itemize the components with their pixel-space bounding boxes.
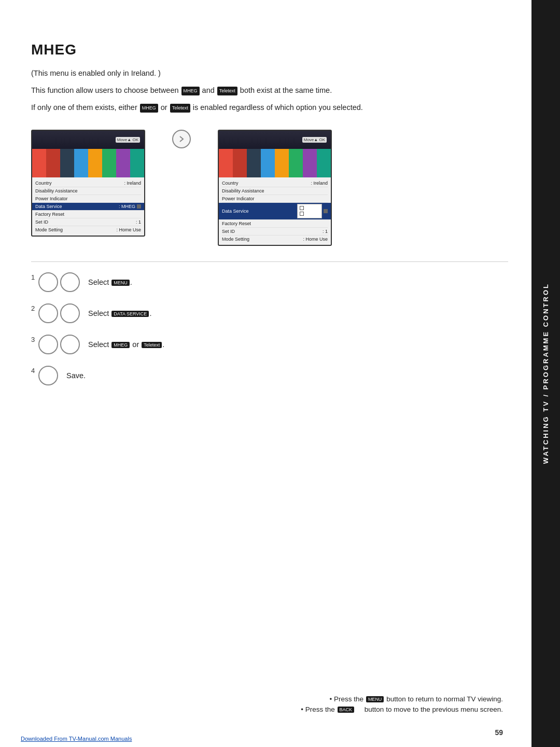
step-1-circles <box>38 272 80 292</box>
power-label2: Power Indicator <box>222 196 255 201</box>
main-content: MHEG (This menu is enabled only in Irela… <box>31 42 508 385</box>
block-purple <box>116 149 130 177</box>
tv-menu-area-2: Country : Ireland Disability Assistance … <box>219 177 331 245</box>
block-green2 <box>289 149 303 177</box>
mode-value: : Home Use <box>116 227 141 232</box>
arrow-circle <box>172 130 191 148</box>
step-1-circle-b[interactable] <box>60 272 80 292</box>
block-green <box>102 149 116 177</box>
menu-disability-1: Disability Assistance <box>35 187 141 195</box>
teletext-checkbox <box>300 212 304 216</box>
block-teal2 <box>317 149 331 177</box>
step-3-row: 3 Select MHEG or Teletext. <box>31 335 508 354</box>
dataservice-val-text: : MHEG <box>119 204 135 209</box>
disability-label2: Disability Assistance <box>222 188 264 193</box>
block-orange2 <box>275 149 289 177</box>
menu-mode-2: Mode Setting : Home Use <box>222 236 328 243</box>
dropdown-arrow-2 <box>324 209 328 213</box>
mheg-checkbox: ✓ <box>300 206 304 210</box>
tv-top-bar-2: Move▲ OK <box>219 131 331 149</box>
setid-label: Set ID <box>35 219 48 225</box>
menu-power-2: Power Indicator <box>222 195 328 203</box>
desc1: This function allow users to choose betw… <box>31 85 508 96</box>
block-orange <box>88 149 102 177</box>
tv-screen-2: Move▲ OK <box>218 130 332 246</box>
country-value2: : Ireland <box>311 181 328 186</box>
teletext-icon-step3: Teletext <box>142 342 162 348</box>
factory-label: Factory Reset <box>35 212 64 217</box>
factory-label2: Factory Reset <box>222 221 251 226</box>
dropdown-overlay: ✓ MHEG Teletext <box>297 204 322 218</box>
menu-icon-footer: MENU <box>366 696 384 702</box>
power-label: Power Indicator <box>35 196 68 201</box>
data-service-icon-step2: DATA SERVICE <box>111 311 149 317</box>
block-red2 <box>219 149 233 177</box>
step-4-circle-a[interactable] <box>38 366 58 385</box>
step-4-text: Save. <box>66 371 86 380</box>
block-blue2 <box>261 149 275 177</box>
move-ok-label: Move▲ OK <box>116 137 140 143</box>
page-title: MHEG <box>31 42 508 58</box>
step-2-circle-b[interactable] <box>60 303 80 323</box>
step-3-circle-b[interactable] <box>60 335 80 354</box>
step-2-circles <box>38 303 80 323</box>
disability-label: Disability Assistance <box>35 188 78 193</box>
block-darkblue <box>60 149 74 177</box>
menu-dataservice-1: Data Service : MHEG <box>32 203 144 211</box>
block-teal <box>130 149 144 177</box>
steps-section: 1 Select MENU. 2 Select DATA SERVICE. 3 <box>31 272 508 385</box>
mheg-icon-inline: MHEG <box>181 87 200 95</box>
mheg-icon-inline2: MHEG <box>140 104 158 112</box>
dataservice-label-1: Data Service <box>35 204 62 209</box>
step-3-text: Select MHEG or Teletext. <box>88 340 164 349</box>
mheg-option-text: MHEG <box>305 206 317 211</box>
step-2-circle-a[interactable] <box>38 303 58 323</box>
dropdown-arrow-1 <box>137 204 141 209</box>
step-4-row: 4 Save. <box>31 366 508 385</box>
block-red <box>32 149 46 177</box>
desc2: If only one of them exists, either MHEG … <box>31 102 508 114</box>
mode-label: Mode Setting <box>35 227 63 232</box>
screenshot-2: Move▲ OK <box>218 130 332 246</box>
teletext-option-text: Teletext <box>305 212 319 216</box>
subtitle-note: (This menu is enabled only in Ireland. ) <box>31 67 508 79</box>
dataservice-label-2: Data Service <box>222 209 249 214</box>
tv-image-blocks-2 <box>219 149 331 177</box>
menu-setid-2: Set ID : 1 <box>222 228 328 236</box>
screenshots-row: Move▲ OK <box>31 130 508 246</box>
step-2-row: 2 Select DATA SERVICE. <box>31 303 508 323</box>
step-number-2: 2 <box>31 305 35 312</box>
divider <box>31 261 508 262</box>
step-number-4: 4 <box>31 367 35 375</box>
step-3-circle-a[interactable] <box>38 335 58 354</box>
block-darkred2 <box>233 149 247 177</box>
menu-factory-1: Factory Reset <box>35 211 141 218</box>
footer-note-1: • Press the MENU button to return to nor… <box>330 695 503 703</box>
mode-value2: : Home Use <box>303 237 328 242</box>
step-1-circle-a[interactable] <box>38 272 58 292</box>
tv-image-1 <box>32 149 144 177</box>
mheg-option: ✓ MHEG <box>300 205 319 211</box>
move-ok-label-2: Move▲ OK <box>302 137 327 143</box>
menu-setid-1: Set ID : 1 <box>35 218 141 226</box>
page-number: 59 <box>495 728 503 737</box>
menu-dataservice-2: Data Service ✓ MHEG Teletext <box>219 203 331 220</box>
side-bar: WATCHING TV / PROGRAMME CONTROL <box>531 0 560 747</box>
dataservice-value-2: ✓ MHEG Teletext <box>297 204 328 218</box>
step-1-text: Select MENU. <box>88 278 132 286</box>
arrow-connector <box>166 130 197 148</box>
setid-label2: Set ID <box>222 229 235 234</box>
menu-country-2: Country : Ireland <box>222 179 328 187</box>
step-1-row: 1 Select MENU. <box>31 272 508 292</box>
mode-label2: Mode Setting <box>222 237 249 242</box>
download-link[interactable]: Downloaded From TV-Manual.com Manuals <box>21 736 132 742</box>
setid-value: : 1 <box>136 219 141 225</box>
setid-value2: : 1 <box>323 229 328 234</box>
step-2-text: Select DATA SERVICE. <box>88 309 151 317</box>
menu-factory-2: Factory Reset <box>222 220 328 228</box>
tv-image-2 <box>219 149 331 177</box>
block-blue <box>74 149 88 177</box>
menu-icon-step1: MENU <box>111 280 130 286</box>
tv-image-blocks-1 <box>32 149 144 177</box>
block-purple2 <box>303 149 317 177</box>
